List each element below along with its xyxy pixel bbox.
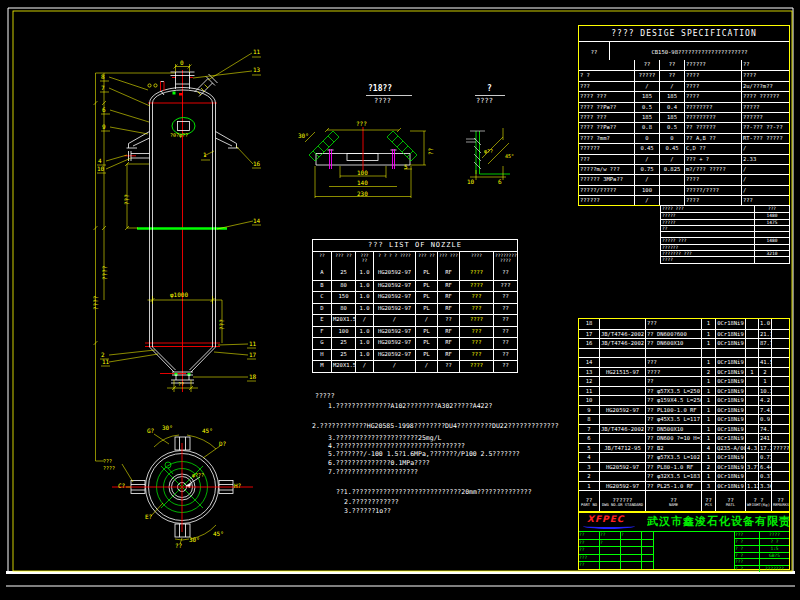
bom-header-row: ??PART NO ??????DWG NO.OR STANDARD ??NAM… <box>579 490 789 512</box>
weight-row <box>661 231 789 237</box>
detail2-dim: φ?? <box>484 149 493 154</box>
nozzle-row: G 25 1.0 HG20592-97 PL RF ??? ?? <box>313 337 517 349</box>
spec-row: ???? ?mm? 0 0 ?? A,B ?? RT-??? ????? <box>579 133 789 143</box>
plan-angle: 30° <box>162 425 173 431</box>
plan-nozzle-label: H? <box>234 483 241 489</box>
nozzle-table: ??? LIST OF NOZZLE ?? ??? ?? ??? ?? ? ? … <box>312 239 518 373</box>
spec-row: ???? ??Pa?? 0.8 0.5 ?? ?????? ??-??? ??-… <box>579 122 789 132</box>
weight-row: ?????? <box>661 244 789 250</box>
nozzle-row: E M20X1.5 / / / ?? ???? ?? <box>313 314 517 326</box>
item-label: 4 <box>98 158 102 164</box>
spec-row: ???? ??Pa?? 0.5 0.4 ???????? ????? <box>579 102 789 112</box>
weight-row: ????? ??? 1480 <box>661 237 789 243</box>
item-label: 10 <box>97 166 104 172</box>
signature-row: ?? <box>579 546 653 554</box>
item-label: 11 <box>253 49 260 55</box>
signature-row: ??? <box>579 554 653 562</box>
bom-row: 2 ?? φ32X3.5 L=183 1 0Cr18Ni9 0.37 <box>579 471 789 481</box>
note-line: 7.????????????????????? <box>328 469 418 476</box>
detail1-angle: 30° <box>298 133 309 139</box>
bom-row: 18 ??? 1 0Cr18Ni9 1.0 <box>579 319 789 329</box>
title-block: XFPEC 武汉市鑫浚石化设备有限责任公司 ?? ?? ? ?? ? ?? <box>578 511 790 570</box>
spec-row: ?????m/w ??? 0.75 0.825 m?/??? ????? / <box>579 164 789 174</box>
vessel-front-view <box>94 53 262 461</box>
nozzle-row: D 80 1.0 HG20592-97 PL RF ??? ?? <box>313 303 517 315</box>
spec-row: ?????? / ???? ??? <box>579 195 789 205</box>
dim-rotated: ??? <box>219 319 225 330</box>
drawing-title-area <box>653 532 734 569</box>
spec-code-value: CB150-98????????????????????? <box>609 42 789 60</box>
bom-row <box>579 348 789 358</box>
bom-row: 8 ?? φ45X3.5 L=117 1 0Cr18Ni9 0.9 <box>579 414 789 424</box>
scale-row: ? ? ? ? <box>735 538 789 545</box>
detail1-dim: 230 <box>357 191 368 197</box>
plan-nozzle-label: G? <box>147 428 154 434</box>
bom-grid: 18 ??? 1 0Cr18Ni9 1.0 17 JB/T4746-2002 ?… <box>579 319 789 490</box>
nozzle-row: F 100 1.0 HG20592-97 PL RF ??? ?? <box>313 326 517 338</box>
weight-row: ?? <box>661 225 789 231</box>
bom-row: 10 ?? φ159X4.5 L=250 1 0Cr18Ni9 4.2 <box>579 395 789 405</box>
plan-nozzle-label: ?? <box>175 543 182 549</box>
item-label: 16 <box>253 161 260 167</box>
item-label: 13 <box>253 67 260 73</box>
spec-row: ?????? 0.45 0.45 C,D ?? / <box>579 143 789 153</box>
plan-angle: 30° <box>189 537 200 543</box>
plan-label: ??? <box>103 459 112 464</box>
note-line: 2.????????????HG20585-1998????????DU4???… <box>312 423 559 430</box>
nozzle-header-row: ?? ??? ?? ??? ?? ? ? ? ? ???? ??? ?? ???… <box>313 251 517 268</box>
weight-row: ??????? ??? 3210 <box>661 250 789 256</box>
item-label: 6 <box>102 107 106 113</box>
spec-row: ?????? 3MPa?? / ???? / <box>579 174 789 184</box>
bom-row: 16 JB/T4746-2002 ?? DN600X10 1 0Cr18Ni9 … <box>579 338 789 348</box>
item-label: 14 <box>253 218 260 224</box>
weight-grid: ???? ??? ??? ????? 1480 ????? 1475 ?? ??… <box>661 206 789 263</box>
bom-row: 3 HG20592-97 ?? PL80-1.0 RF 2 0Cr18Ni9 3… <box>579 462 789 472</box>
detail2-angle: 45° <box>505 154 514 159</box>
detail2-hatch <box>466 131 485 169</box>
signature-grid: ?? ?? ? ?? ? ?? ??? <box>579 532 653 569</box>
nozzle-row: C 150 1.0 HG20592-97 PL RF ??? ?? <box>313 291 517 303</box>
plan-nozzle-label: E? <box>145 514 152 520</box>
bom-row: 4 ?? φ57X3.5 L=102 1 0Cr18Ni9 0.73 <box>579 452 789 462</box>
logo-swoosh-icon <box>583 523 635 529</box>
leader-lines <box>97 53 261 381</box>
detail1-dim: 5 <box>404 164 408 170</box>
weight-row: ???? ??? ??? <box>661 206 789 212</box>
item-label: 9 <box>102 124 106 130</box>
plan-angle: 45° <box>202 428 213 434</box>
vessel-plan-view <box>112 434 253 544</box>
centerlines <box>125 70 221 392</box>
design-spec-table: ???? DESIGE SPECIFICATION ?? CB150-98???… <box>578 25 790 206</box>
plan-nozzle-label: D? <box>219 441 226 447</box>
item-label: 11 <box>102 359 109 365</box>
scale-row: ??? <box>735 558 789 565</box>
bom-row: 1 HG20592-97 ?? PL25-1.0 RF 3 0Cr18Ni9 1… <box>579 481 789 491</box>
spec-row: ??? / / ???? 2u/???m?? <box>579 81 789 91</box>
note-line: 2.???????????? <box>344 499 399 506</box>
spec-row: ???? ??? 185 185 ????????? ?????? <box>579 112 789 122</box>
plan-dim: φ??? <box>192 473 204 478</box>
detail1-dim: 140 <box>357 180 368 186</box>
dim-rotated: ??? <box>124 194 130 205</box>
scale-row: ? ? GB?5 <box>735 552 789 559</box>
bom-row: 17 JB/T4746-2002 ?? DN600?600 1 0Cr18Ni9… <box>579 329 789 339</box>
company-name: 武汉市鑫浚石化设备有限责任公司 <box>647 512 789 531</box>
nozzle-row: H 25 1.0 HG20592-97 PL RF ??? ?? <box>313 349 517 361</box>
title-block-grid: ?? ?? ? ?? ? ?? ??? <box>579 532 789 569</box>
bom-row: 9 HG20592-97 ?? PL100-1.0 RF 1 0Cr18Ni9 … <box>579 405 789 415</box>
nozzle-grid: A 25 1.0 HG20592-97 PL RF ???? ?? B 80 1… <box>313 268 517 372</box>
spec-row: ? ? ????? ?? ???? ???? <box>579 70 789 80</box>
scale-row: ? ? 1:5 <box>735 545 789 552</box>
item-label: 11 <box>249 341 256 347</box>
bom-row: 11 ?? φ57X3.5 L=250 1 0Cr18Ni9 10.3 <box>579 386 789 396</box>
plan-nozzle-label: C? <box>118 483 125 489</box>
detail2-dim: 10 <box>467 179 474 185</box>
weight-row: ????? 1475 <box>661 219 789 225</box>
scale-grid: ??? ???? ? ? ? ? ? ? 1:5 ? ? GB?5 ??? ? … <box>734 532 789 569</box>
bom-row: 6 ?? DN600 ?=10 H=3270 1 0Cr18Ni9 241.8 <box>579 433 789 443</box>
detail1-dim: ??? <box>356 121 367 127</box>
note-line: 3.??????1o?? <box>344 508 391 515</box>
company-row: XFPEC 武汉市鑫浚石化设备有限责任公司 <box>579 512 789 532</box>
nozzle-row: A 25 1.0 HG20592-97 PL RF ???? ?? <box>313 268 517 280</box>
bom-row: 13 HG21515-97 ???? 2 0Cr18Ni9 1 2 <box>579 367 789 377</box>
